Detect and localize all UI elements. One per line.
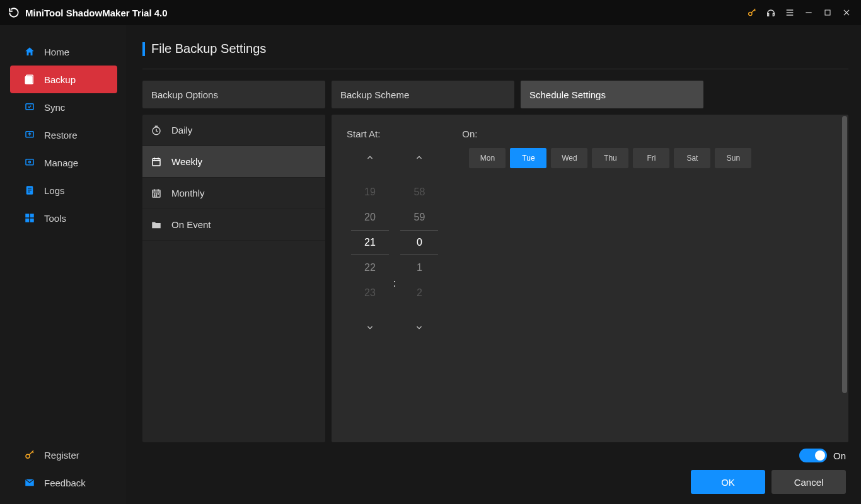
minute-value: 59: [400, 205, 438, 230]
day-selector: Mon Tue Wed Thu Fri Sat Sun: [469, 148, 751, 168]
minute-column[interactable]: 58 59 0 1 2: [396, 148, 442, 337]
maximize-icon[interactable]: [818, 3, 837, 22]
svg-rect-9: [25, 77, 32, 84]
sidebar-item-label: Tools: [44, 213, 66, 224]
calendar-grid-icon: [150, 187, 163, 200]
day-label: Tue: [522, 154, 535, 163]
svg-rect-17: [28, 192, 30, 192]
tab-label: Backup Scheme: [340, 89, 409, 100]
key-icon: [24, 449, 35, 461]
mail-icon: [24, 477, 35, 488]
sidebar-item-label: Manage: [44, 158, 78, 168]
sidebar: Home Backup Sync Restore Manage Logs: [0, 25, 126, 504]
titlebar: MiniTool ShadowMaker Trial 4.0: [0, 0, 861, 25]
sidebar-item-label: Backup: [44, 74, 76, 85]
home-icon: [24, 46, 35, 57]
page-heading: File Backup Settings: [142, 42, 848, 56]
chevron-down-icon[interactable]: [396, 318, 442, 337]
sidebar-item-label: Sync: [44, 102, 65, 113]
chevron-up-icon[interactable]: [347, 148, 393, 167]
svg-point-29: [154, 195, 154, 196]
sidebar-item-label: Logs: [44, 185, 65, 196]
sidebar-item-home[interactable]: Home: [0, 38, 126, 66]
schedule-panel: Start At: On: 19 20 21 22 23: [332, 115, 848, 442]
panel-scrollbar[interactable]: [842, 116, 847, 393]
hour-column[interactable]: 19 20 21 22 23: [347, 148, 393, 337]
schedule-toggle-row: On: [799, 449, 846, 462]
key-icon[interactable]: [743, 3, 761, 22]
option-on-event[interactable]: On Event: [142, 209, 325, 241]
footer-item-label: Feedback: [44, 478, 86, 488]
heading-accent: [142, 42, 145, 56]
sidebar-item-logs[interactable]: Logs: [0, 176, 126, 204]
headphones-icon[interactable]: [761, 3, 780, 22]
minute-value: 58: [400, 180, 438, 205]
day-label: Wed: [562, 154, 577, 163]
day-tue[interactable]: Tue: [510, 148, 546, 168]
minimize-icon[interactable]: [799, 3, 818, 22]
day-sat[interactable]: Sat: [674, 148, 710, 168]
start-at-label: Start At:: [347, 129, 380, 139]
day-fri[interactable]: Fri: [633, 148, 669, 168]
day-label: Sun: [727, 154, 740, 163]
tab-backup-scheme[interactable]: Backup Scheme: [332, 81, 514, 108]
ok-button[interactable]: OK: [691, 470, 765, 494]
register-link[interactable]: Register: [0, 441, 126, 469]
tab-backup-options[interactable]: Backup Options: [142, 81, 325, 108]
day-thu[interactable]: Thu: [592, 148, 628, 168]
day-mon[interactable]: Mon: [469, 148, 506, 168]
option-daily[interactable]: Daily: [142, 115, 325, 146]
svg-point-0: [749, 12, 752, 15]
svg-rect-2: [787, 12, 794, 13]
sidebar-item-restore[interactable]: Restore: [0, 121, 126, 149]
sidebar-item-tools[interactable]: Tools: [0, 204, 126, 232]
calendar-icon: [150, 156, 163, 168]
sidebar-item-label: Restore: [44, 130, 78, 140]
hour-value-selected: 21: [351, 230, 389, 255]
tab-schedule-settings[interactable]: Schedule Settings: [521, 81, 703, 108]
logs-icon: [24, 185, 35, 196]
svg-point-30: [156, 195, 156, 196]
day-label: Thu: [604, 154, 617, 163]
hour-value: 19: [351, 180, 389, 205]
svg-rect-21: [30, 219, 34, 222]
time-picker: 19 20 21 22 23 : 58: [347, 148, 442, 337]
close-icon[interactable]: [837, 3, 856, 22]
schedule-options: Daily Weekly Monthly On Event: [142, 115, 325, 442]
sidebar-item-manage[interactable]: Manage: [0, 149, 126, 176]
sidebar-footer: Register Feedback: [0, 441, 126, 504]
tab-label: Backup Options: [151, 89, 218, 100]
option-label: On Event: [171, 219, 211, 230]
svg-rect-15: [28, 188, 32, 188]
option-weekly[interactable]: Weekly: [142, 146, 325, 178]
cancel-button[interactable]: Cancel: [771, 470, 846, 494]
svg-point-13: [29, 161, 31, 163]
svg-rect-20: [25, 219, 29, 222]
option-label: Weekly: [171, 156, 202, 167]
button-label: Cancel: [794, 477, 824, 488]
svg-point-26: [154, 193, 154, 194]
app-title: MiniTool ShadowMaker Trial 4.0: [25, 8, 168, 18]
svg-point-27: [156, 193, 156, 194]
day-sun[interactable]: Sun: [715, 148, 751, 168]
svg-rect-18: [25, 214, 29, 217]
menu-icon[interactable]: [780, 3, 799, 22]
feedback-link[interactable]: Feedback: [0, 469, 126, 496]
svg-rect-24: [153, 158, 160, 165]
day-label: Sat: [686, 154, 698, 163]
backup-icon: [24, 74, 35, 85]
sidebar-item-backup[interactable]: Backup: [10, 66, 117, 93]
schedule-toggle[interactable]: [799, 449, 827, 462]
hour-value: 22: [351, 255, 389, 280]
chevron-up-icon[interactable]: [396, 148, 442, 167]
option-monthly[interactable]: Monthly: [142, 178, 325, 209]
chevron-down-icon[interactable]: [347, 318, 393, 337]
app-logo-icon: [8, 6, 20, 19]
sidebar-item-sync[interactable]: Sync: [0, 93, 126, 121]
svg-point-22: [26, 454, 30, 458]
day-label: Mon: [480, 154, 495, 163]
hour-value: 20: [351, 205, 389, 230]
manage-icon: [24, 157, 35, 168]
button-label: OK: [721, 477, 735, 488]
day-wed[interactable]: Wed: [551, 148, 587, 168]
